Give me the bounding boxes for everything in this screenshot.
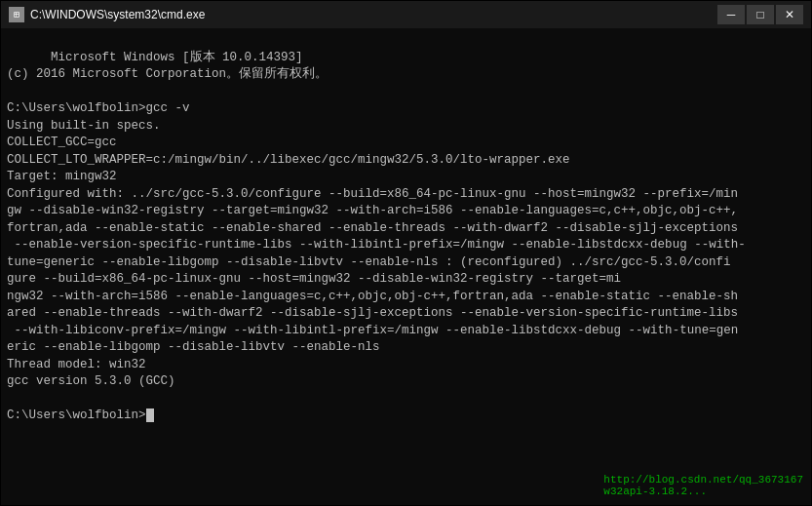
- window-controls: ─ □ ✕: [717, 5, 803, 24]
- terminal-cursor: [146, 409, 154, 422]
- close-button[interactable]: ✕: [776, 5, 803, 24]
- window-title: C:\WINDOWS\system32\cmd.exe: [30, 8, 205, 21]
- minimize-button[interactable]: ─: [717, 5, 745, 24]
- title-bar-left: ⊞ C:\WINDOWS\system32\cmd.exe: [9, 7, 205, 22]
- watermark-version: w32api-3.18.2...: [603, 486, 803, 497]
- title-bar: ⊞ C:\WINDOWS\system32\cmd.exe ─ □ ✕: [1, 1, 811, 28]
- cmd-icon: ⊞: [9, 7, 24, 22]
- cmd-window: ⊞ C:\WINDOWS\system32\cmd.exe ─ □ ✕ Micr…: [0, 0, 812, 506]
- maximize-button[interactable]: □: [747, 5, 774, 24]
- terminal-output: Microsoft Windows [版本 10.0.14393] (c) 20…: [7, 32, 805, 442]
- watermark: http://blog.csdn.net/qq_3673167 w32api-3…: [603, 474, 803, 497]
- watermark-url: http://blog.csdn.net/qq_3673167: [603, 474, 803, 486]
- windows-version-line: Microsoft Windows [版本 10.0.14393] (c) 20…: [7, 51, 746, 423]
- terminal-area[interactable]: Microsoft Windows [版本 10.0.14393] (c) 20…: [1, 28, 811, 505]
